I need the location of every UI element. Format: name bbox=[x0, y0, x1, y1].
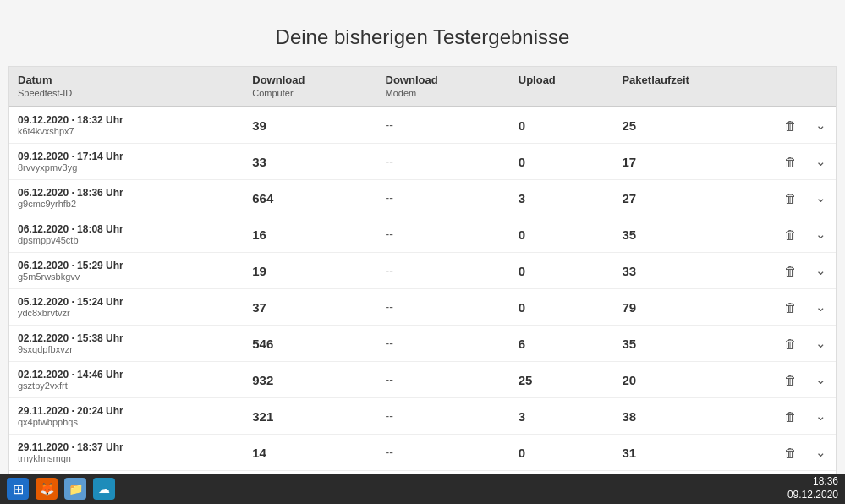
table-row: 05.12.2020 · 15:24 Uhrydc8xbrvtvzr37--07… bbox=[9, 289, 836, 326]
cell-trash[interactable]: 🗑 bbox=[775, 435, 805, 471]
cell-trash[interactable]: 🗑 bbox=[775, 144, 805, 180]
date-main: 06.12.2020 · 15:29 Uhr bbox=[18, 260, 235, 271]
cell-dl-computer: 33 bbox=[244, 144, 376, 180]
col-dl-computer-sub: Computer bbox=[252, 88, 293, 98]
taskbar-time: 18:36 09.12.2020 bbox=[787, 475, 838, 501]
col-dl-computer-label: Download bbox=[252, 74, 305, 86]
cell-trash[interactable]: 🗑 bbox=[775, 216, 805, 253]
cell-date: 06.12.2020 · 18:08 Uhrdpsmppv45ctb bbox=[9, 216, 244, 253]
chevron-down-icon[interactable]: ⌄ bbox=[815, 336, 826, 350]
cell-upload: 0 bbox=[510, 216, 614, 253]
cell-expand[interactable]: ⌄ bbox=[805, 216, 836, 253]
date-main: 06.12.2020 · 18:36 Uhr bbox=[18, 187, 235, 199]
chevron-down-icon[interactable]: ⌄ bbox=[815, 190, 826, 205]
trash-icon[interactable]: 🗑 bbox=[784, 409, 797, 424]
cell-expand[interactable]: ⌄ bbox=[805, 253, 836, 289]
trash-icon[interactable]: 🗑 bbox=[784, 337, 797, 351]
cell-dl-computer: 14 bbox=[244, 435, 376, 471]
date-main: 29.11.2020 · 18:37 Uhr bbox=[18, 441, 235, 453]
chevron-down-icon[interactable]: ⌄ bbox=[815, 118, 826, 132]
results-table-container: Datum Speedtest-ID Download Computer Dow… bbox=[8, 66, 837, 504]
date-id: dpsmppv45ctb bbox=[18, 235, 235, 245]
cell-expand[interactable]: ⌄ bbox=[805, 362, 836, 398]
cell-paket: 38 bbox=[613, 398, 775, 435]
cell-paket: 35 bbox=[613, 326, 775, 362]
date-id: g5m5rwsbkgvv bbox=[18, 271, 235, 282]
table-row: 06.12.2020 · 18:08 Uhrdpsmppv45ctb16--03… bbox=[9, 216, 836, 253]
cell-dl-modem: -- bbox=[377, 398, 510, 435]
trash-icon[interactable]: 🗑 bbox=[784, 446, 797, 460]
cell-expand[interactable]: ⌄ bbox=[805, 435, 836, 471]
col-paket-label: Paketlaufzeit bbox=[622, 74, 689, 86]
cell-paket: 20 bbox=[613, 362, 775, 398]
cell-expand[interactable]: ⌄ bbox=[805, 107, 836, 144]
cell-expand[interactable]: ⌄ bbox=[805, 398, 836, 435]
cell-upload: 0 bbox=[510, 253, 614, 289]
col-dl-modem-label: Download bbox=[386, 74, 438, 86]
date-main: 05.12.2020 · 15:24 Uhr bbox=[18, 296, 235, 308]
col-datum-label: Datum bbox=[18, 74, 52, 86]
cell-dl-modem: -- bbox=[377, 289, 510, 326]
cell-trash[interactable]: 🗑 bbox=[775, 253, 805, 289]
trash-icon[interactable]: 🗑 bbox=[784, 191, 797, 205]
col-action-expand bbox=[805, 67, 836, 107]
cell-dl-computer: 19 bbox=[244, 253, 376, 289]
cell-trash[interactable]: 🗑 bbox=[775, 107, 805, 144]
trash-icon[interactable]: 🗑 bbox=[784, 227, 797, 242]
cell-trash[interactable]: 🗑 bbox=[775, 362, 805, 398]
table-row: 09.12.2020 · 18:32 Uhrk6t4kvxshpx739--02… bbox=[9, 107, 836, 144]
cell-expand[interactable]: ⌄ bbox=[805, 180, 836, 216]
date-id: trnykhnsmqn bbox=[18, 453, 235, 463]
cell-date: 02.12.2020 · 14:46 Uhrgsztpy2vxfrt bbox=[9, 362, 244, 398]
trash-icon[interactable]: 🗑 bbox=[784, 300, 797, 315]
col-action-trash bbox=[775, 67, 805, 107]
cell-trash[interactable]: 🗑 bbox=[775, 289, 805, 326]
chevron-down-icon[interactable]: ⌄ bbox=[815, 445, 826, 459]
cell-dl-modem: -- bbox=[377, 216, 510, 253]
date-id: qx4ptwbpphqs bbox=[18, 417, 235, 427]
taskbar-files-icon[interactable]: 📁 bbox=[64, 478, 86, 500]
col-upload: Upload bbox=[510, 67, 614, 107]
trash-icon[interactable]: 🗑 bbox=[784, 118, 797, 133]
taskbar-windows-icon[interactable]: ⊞ bbox=[7, 478, 29, 500]
table-row: 02.12.2020 · 14:46 Uhrgsztpy2vxfrt932--2… bbox=[9, 362, 836, 398]
chevron-down-icon[interactable]: ⌄ bbox=[815, 372, 826, 386]
table-body: 09.12.2020 · 18:32 Uhrk6t4kvxshpx739--02… bbox=[9, 107, 836, 504]
date-id: k6t4kvxshpx7 bbox=[18, 126, 235, 136]
chevron-down-icon[interactable]: ⌄ bbox=[815, 299, 826, 314]
chevron-down-icon[interactable]: ⌄ bbox=[815, 408, 826, 423]
chevron-down-icon[interactable]: ⌄ bbox=[815, 227, 826, 241]
table-row: 06.12.2020 · 18:36 Uhrg9cmc9yrhfb2664--3… bbox=[9, 180, 836, 216]
cell-dl-modem: -- bbox=[377, 144, 510, 180]
chevron-down-icon[interactable]: ⌄ bbox=[815, 154, 826, 168]
cell-date: 02.12.2020 · 15:38 Uhr9sxqdpfbxvzr bbox=[9, 326, 244, 362]
cell-trash[interactable]: 🗑 bbox=[775, 326, 805, 362]
cell-dl-modem: -- bbox=[377, 180, 510, 216]
cell-expand[interactable]: ⌄ bbox=[805, 144, 836, 180]
table-row: 09.12.2020 · 17:14 Uhr8rvvyxpmv3yg33--01… bbox=[9, 144, 836, 180]
table-row: 02.12.2020 · 15:38 Uhr9sxqdpfbxvzr546--6… bbox=[9, 326, 836, 362]
cell-trash[interactable]: 🗑 bbox=[775, 180, 805, 216]
cell-date: 09.12.2020 · 17:14 Uhr8rvvyxpmv3yg bbox=[9, 144, 244, 180]
taskbar-firefox-icon[interactable]: 🦊 bbox=[36, 478, 58, 500]
cell-expand[interactable]: ⌄ bbox=[805, 326, 836, 362]
cell-upload: 3 bbox=[510, 180, 614, 216]
cell-trash[interactable]: 🗑 bbox=[775, 398, 805, 435]
cell-dl-modem: -- bbox=[377, 107, 510, 144]
table-row: 29.11.2020 · 18:37 Uhrtrnykhnsmqn14--031… bbox=[9, 435, 836, 471]
cell-dl-computer: 664 bbox=[244, 180, 376, 216]
cell-date: 29.11.2020 · 18:37 Uhrtrnykhnsmqn bbox=[9, 435, 244, 471]
taskbar-date: 09.12.2020 bbox=[787, 489, 838, 502]
col-datum: Datum Speedtest-ID bbox=[9, 67, 244, 107]
trash-icon[interactable]: 🗑 bbox=[784, 155, 797, 169]
taskbar-app-icon[interactable]: ☁ bbox=[93, 478, 115, 500]
trash-icon[interactable]: 🗑 bbox=[784, 373, 797, 387]
date-main: 02.12.2020 · 15:38 Uhr bbox=[18, 332, 235, 344]
cell-expand[interactable]: ⌄ bbox=[805, 289, 836, 326]
cell-upload: 0 bbox=[510, 289, 614, 326]
cell-upload: 3 bbox=[510, 398, 614, 435]
trash-icon[interactable]: 🗑 bbox=[784, 264, 797, 278]
chevron-down-icon[interactable]: ⌄ bbox=[815, 263, 826, 277]
cell-date: 09.12.2020 · 18:32 Uhrk6t4kvxshpx7 bbox=[9, 107, 244, 144]
cell-dl-computer: 932 bbox=[244, 362, 376, 398]
